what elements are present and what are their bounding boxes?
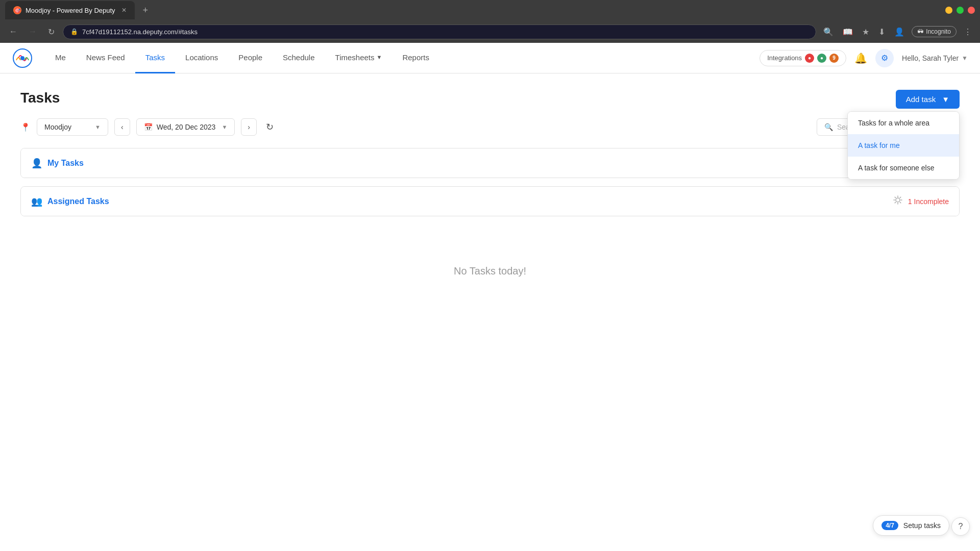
- add-task-caret-icon: ▼: [942, 95, 949, 104]
- incognito-label: Incognito: [926, 28, 951, 35]
- url-text: 7cf47d19112152.na.deputy.com/#tasks: [82, 28, 198, 36]
- location-chevron-icon: ▼: [95, 124, 101, 130]
- incognito-icon: 🕶: [917, 28, 923, 35]
- assigned-tasks-status: 1 Incomplete: [893, 195, 949, 208]
- integration-dot-green: ●: [817, 54, 826, 63]
- greeting-text: Hello, Sarah Tyler: [902, 54, 959, 62]
- svg-point-3: [896, 198, 900, 202]
- app-logo[interactable]: [12, 48, 33, 68]
- help-icon: ?: [959, 522, 963, 531]
- reader-mode-icon[interactable]: 📖: [841, 25, 855, 39]
- settings-icon: ⚙: [881, 53, 888, 63]
- window-controls: [945, 7, 975, 14]
- date-chevron-icon: ▼: [222, 124, 227, 130]
- bookmark-icon[interactable]: ★: [860, 25, 871, 39]
- integrations-label: Integrations: [767, 54, 802, 62]
- my-tasks-section: 👤 My Tasks All Completed: [20, 148, 960, 178]
- next-date-button[interactable]: ›: [241, 118, 257, 136]
- dropdown-item-for-me[interactable]: A task for me: [848, 134, 959, 157]
- browser-window: 🎯 Moodjoy - Powered By Deputy ✕ + ← → ↻ …: [0, 0, 980, 551]
- page-title: Tasks: [20, 90, 960, 106]
- setup-tasks-label: Setup tasks: [903, 521, 941, 530]
- toolbar-icons: 🔍 📖 ★ ⬇ 👤 🕶 Incognito ⋮: [821, 25, 974, 39]
- svg-point-1: [20, 56, 24, 60]
- calendar-icon: 📅: [144, 123, 153, 131]
- forward-button[interactable]: →: [26, 25, 40, 38]
- address-bar[interactable]: 🔒 7cf47d19112152.na.deputy.com/#tasks: [63, 24, 816, 39]
- dropdown-item-someone-else[interactable]: A task for someone else: [848, 157, 959, 179]
- nav-right: Integrations ● ● 9 🔔 ⚙ Hello, Sarah Tyle…: [760, 49, 968, 67]
- tab-title: Moodjoy - Powered By Deputy: [26, 7, 115, 14]
- incognito-badge[interactable]: 🕶 Incognito: [912, 26, 957, 37]
- notifications-bell-button[interactable]: 🔔: [854, 52, 867, 64]
- dropdown-item-whole-area[interactable]: Tasks for a whole area: [848, 112, 959, 134]
- back-button[interactable]: ←: [6, 25, 20, 38]
- nav-item-newsfeed[interactable]: News Feed: [76, 43, 135, 73]
- app-container: Me News Feed Tasks Locations People Sche…: [0, 43, 980, 551]
- profile-icon[interactable]: 👤: [892, 25, 906, 39]
- reload-button[interactable]: ↻: [45, 25, 58, 39]
- empty-state-message: No Tasks today!: [454, 265, 526, 277]
- assigned-tasks-gear-icon[interactable]: [893, 195, 903, 208]
- window-close-button[interactable]: [968, 7, 975, 14]
- window-maximize-button[interactable]: [957, 7, 964, 14]
- location-pin-icon: 📍: [20, 122, 31, 132]
- refresh-icon: ↻: [266, 122, 274, 132]
- date-label: Wed, 20 Dec 2023: [157, 123, 216, 131]
- setup-tasks-badge: 4/7: [881, 521, 898, 530]
- tab-favicon: 🎯: [13, 6, 21, 14]
- browser-toolbar: ← → ↻ 🔒 7cf47d19112152.na.deputy.com/#ta…: [0, 20, 980, 43]
- browser-titlebar: 🎯 Moodjoy - Powered By Deputy ✕ +: [0, 0, 980, 20]
- my-tasks-title: My Tasks: [47, 159, 84, 168]
- tasks-toolbar: 📍 Moodjoy ▼ ‹ 📅 Wed, 20 Dec 2023 ▼ › ↻ 🔍: [20, 118, 960, 136]
- new-tab-button[interactable]: +: [139, 3, 153, 18]
- date-selector[interactable]: 📅 Wed, 20 Dec 2023 ▼: [136, 118, 235, 136]
- refresh-button[interactable]: ↻: [263, 118, 277, 136]
- window-minimize-button[interactable]: [945, 7, 952, 14]
- nav-item-people[interactable]: People: [228, 43, 273, 73]
- timesheets-caret-icon: ▼: [377, 54, 382, 60]
- add-task-dropdown: Tasks for a whole area A task for me A t…: [847, 111, 960, 180]
- tab-close-button[interactable]: ✕: [121, 7, 127, 14]
- search-icon: 🔍: [824, 123, 833, 131]
- assigned-tasks-people-icon: 👥: [31, 196, 42, 207]
- my-tasks-header[interactable]: 👤 My Tasks All Completed: [21, 148, 959, 178]
- settings-button[interactable]: ⚙: [875, 49, 894, 67]
- nav-item-schedule[interactable]: Schedule: [273, 43, 325, 73]
- nav-item-locations[interactable]: Locations: [175, 43, 228, 73]
- main-content: Tasks 📍 Moodjoy ▼ ‹ 📅 Wed, 20 Dec 2023 ▼…: [0, 73, 980, 551]
- assigned-tasks-section: 👥 Assigned Tasks 1 Incomplete: [20, 186, 960, 216]
- integrations-button[interactable]: Integrations ● ● 9: [760, 50, 846, 66]
- user-greeting[interactable]: Hello, Sarah Tyler ▼: [902, 54, 968, 62]
- download-icon[interactable]: ⬇: [876, 25, 887, 39]
- add-task-label: Add task: [906, 95, 936, 104]
- lock-icon: 🔒: [70, 28, 78, 35]
- location-selector[interactable]: Moodjoy ▼: [37, 118, 108, 136]
- nav-item-reports[interactable]: Reports: [392, 43, 439, 73]
- nav-item-tasks[interactable]: Tasks: [135, 43, 175, 73]
- more-options-icon[interactable]: ⋮: [962, 25, 974, 39]
- assigned-tasks-status-badge: 1 Incomplete: [908, 197, 949, 206]
- help-button[interactable]: ?: [951, 517, 970, 536]
- assigned-tasks-header[interactable]: 👥 Assigned Tasks 1 Incomplete: [21, 187, 959, 216]
- integration-dot-orange: 9: [829, 54, 839, 63]
- nav-item-me[interactable]: Me: [45, 43, 76, 73]
- nav-item-timesheets[interactable]: Timesheets ▼: [325, 43, 393, 73]
- user-menu-chevron-icon: ▼: [962, 55, 968, 62]
- setup-tasks-widget[interactable]: 4/7 Setup tasks: [873, 515, 949, 536]
- empty-state: No Tasks today!: [20, 224, 960, 318]
- add-task-button[interactable]: Add task ▼: [896, 90, 960, 109]
- location-label: Moodjoy: [44, 123, 71, 131]
- top-nav: Me News Feed Tasks Locations People Sche…: [0, 43, 980, 73]
- search-icon[interactable]: 🔍: [821, 25, 836, 39]
- assigned-tasks-title: Assigned Tasks: [47, 197, 109, 206]
- prev-date-button[interactable]: ‹: [114, 118, 130, 136]
- my-tasks-person-icon: 👤: [31, 158, 42, 169]
- integration-dot-red: ●: [805, 54, 814, 63]
- browser-tab[interactable]: 🎯 Moodjoy - Powered By Deputy ✕: [5, 1, 135, 19]
